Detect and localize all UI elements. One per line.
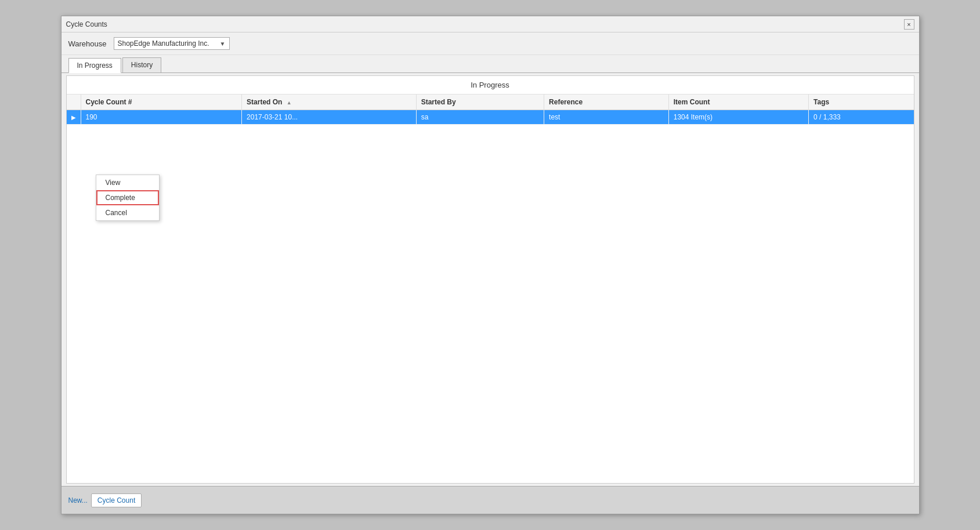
warehouse-dropdown[interactable]: ShopEdge Manufacturing Inc. ▼ xyxy=(114,37,230,50)
col-started-by[interactable]: Started By xyxy=(416,95,544,110)
row-tags: 0 / 1,333 xyxy=(809,110,914,125)
tab-in-progress[interactable]: In Progress xyxy=(68,58,121,73)
table-container: Cycle Count # Started On ▲ Started By Re… xyxy=(67,95,914,125)
toolbar: Warehouse ShopEdge Manufacturing Inc. ▼ xyxy=(62,32,919,55)
title-bar: Cycle Counts × xyxy=(62,16,919,32)
tab-history[interactable]: History xyxy=(122,57,161,72)
table-body: ▶ 190 2017-03-21 10... sa test 1304 Item… xyxy=(67,110,914,125)
col-reference[interactable]: Reference xyxy=(544,95,669,110)
table-row[interactable]: ▶ 190 2017-03-21 10... sa test 1304 Item… xyxy=(67,110,914,125)
warehouse-value: ShopEdge Manufacturing Inc. xyxy=(118,39,209,48)
context-menu-view[interactable]: View xyxy=(96,175,159,190)
col-started-on[interactable]: Started On ▲ xyxy=(242,95,417,110)
title-bar-left: Cycle Counts xyxy=(66,20,107,28)
col-tags[interactable]: Tags xyxy=(809,95,914,110)
cycle-counts-table: Cycle Count # Started On ▲ Started By Re… xyxy=(67,95,914,125)
row-cycle-count-num: 190 xyxy=(81,110,242,125)
col-cycle-count-num[interactable]: Cycle Count # xyxy=(81,95,242,110)
row-started-on: 2017-03-21 10... xyxy=(242,110,417,125)
row-reference: test xyxy=(544,110,669,125)
context-menu: View Complete Cancel xyxy=(96,175,160,221)
col-item-count[interactable]: Item Count xyxy=(668,95,808,110)
bottom-bar: New... Cycle Count xyxy=(62,486,919,514)
col-expand xyxy=(67,95,81,110)
warehouse-label: Warehouse xyxy=(68,39,107,48)
row-expand-cell: ▶ xyxy=(67,110,81,125)
new-button[interactable]: New... xyxy=(68,496,88,504)
close-button[interactable]: × xyxy=(904,19,914,30)
main-window: Cycle Counts × Warehouse ShopEdge Manufa… xyxy=(61,16,920,514)
sort-icon: ▲ xyxy=(287,100,292,106)
window-title: Cycle Counts xyxy=(66,20,107,28)
tabs-bar: In Progress History xyxy=(62,55,919,73)
row-item-count: 1304 Item(s) xyxy=(668,110,808,125)
dropdown-arrow-icon: ▼ xyxy=(220,41,226,47)
section-title: In Progress xyxy=(67,76,914,95)
context-menu-complete[interactable]: Complete xyxy=(96,190,159,205)
cycle-count-button[interactable]: Cycle Count xyxy=(91,493,142,507)
table-header: Cycle Count # Started On ▲ Started By Re… xyxy=(67,95,914,110)
context-menu-cancel[interactable]: Cancel xyxy=(96,205,159,220)
row-started-by: sa xyxy=(416,110,544,125)
main-content: In Progress Cycle Count # Started On ▲ xyxy=(66,75,914,484)
